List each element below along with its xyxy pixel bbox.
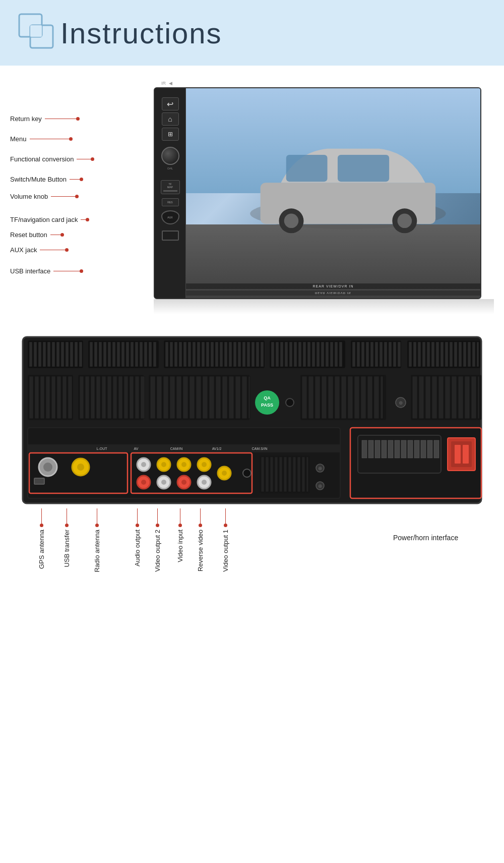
return-key-dot (76, 117, 80, 121)
aux-port: AUX (161, 210, 179, 224)
svg-rect-76 (321, 342, 324, 367)
svg-rect-218 (275, 457, 278, 492)
svg-rect-45 (179, 342, 182, 367)
svg-rect-98 (427, 342, 430, 367)
top-vents (28, 340, 480, 368)
video2-text: Video output 2 (154, 530, 161, 572)
svg-rect-37 (140, 342, 143, 367)
svg-rect-62 (256, 342, 259, 367)
svg-rect-18 (52, 342, 55, 367)
svg-rect-20 (61, 342, 64, 367)
svg-rect-77 (326, 342, 329, 367)
device-front-unit: ↩ ⌂ ⊞ (154, 87, 481, 299)
svg-rect-101 (440, 342, 444, 367)
svg-rect-78 (330, 342, 333, 367)
audio-line (137, 508, 138, 524)
svg-rect-241 (414, 440, 419, 458)
svg-point-212 (222, 471, 227, 476)
menu-label: Menu (10, 135, 27, 143)
svg-rect-127 (118, 376, 122, 419)
svg-rect-165 (374, 376, 379, 419)
svg-rect-112 (35, 376, 39, 419)
svg-rect-161 (348, 376, 353, 419)
svg-rect-141 (203, 376, 208, 419)
svg-rect-28 (99, 342, 102, 367)
svg-point-198 (141, 480, 146, 485)
svg-rect-219 (279, 457, 282, 492)
label-return-key: Return key (10, 115, 154, 123)
svg-rect-107 (468, 342, 471, 367)
svg-rect-128 (124, 376, 128, 419)
svg-rect-79 (335, 342, 338, 367)
usb-dot (80, 269, 83, 273)
svg-rect-63 (261, 342, 264, 367)
front-labels: Return key Menu Functional conversion Sw… (10, 81, 154, 293)
svg-text:AV: AV (134, 447, 139, 450)
svg-rect-163 (361, 376, 366, 419)
svg-rect-160 (341, 376, 346, 419)
svg-rect-56 (229, 342, 232, 367)
svg-rect-87 (375, 342, 378, 367)
svg-rect-47 (188, 342, 191, 367)
svg-rect-72 (303, 342, 306, 367)
front-panel-section: Return key Menu Functional conversion Sw… (0, 66, 504, 319)
svg-rect-100 (436, 342, 439, 367)
svg-rect-35 (131, 342, 134, 367)
tf-slot-container: TFMAP (161, 180, 180, 194)
menu-btn[interactable]: ⌂ (162, 112, 179, 126)
screen-bottom-labels: REAR VIEW/DVR IN (186, 283, 480, 289)
label-switch-mute: Switch/Mute Button (10, 176, 154, 183)
svg-rect-236 (382, 440, 387, 458)
func-conv-btn[interactable]: ⊞ (162, 128, 179, 141)
card-slot[interactable] (163, 190, 177, 192)
svg-rect-171 (419, 376, 424, 419)
tf-card-label: TF/navigation card jack (10, 216, 78, 223)
svg-rect-220 (284, 457, 287, 492)
svg-text:L-OUT: L-OUT (97, 447, 108, 450)
svg-text:⊕: ⊕ (318, 466, 322, 471)
volume-knob-dot (75, 195, 79, 198)
videoin-line (180, 508, 180, 524)
svg-rect-243 (427, 440, 432, 458)
label-video-input: Video input (176, 508, 184, 562)
video1-line (225, 508, 226, 524)
reset-button[interactable]: RES (162, 198, 179, 206)
label-reverse-video: Reverse video (197, 508, 204, 571)
svg-rect-53 (215, 342, 218, 367)
svg-rect-173 (432, 376, 437, 419)
svg-rect-175 (445, 376, 450, 419)
svg-point-213 (243, 469, 251, 477)
label-video-output2: Video output 2 (154, 508, 161, 572)
svg-rect-129 (130, 376, 134, 419)
svg-rect-109 (477, 342, 479, 367)
svg-rect-124 (102, 376, 106, 419)
volume-mute-knob[interactable] (161, 147, 179, 165)
return-btn[interactable]: ↩ (162, 97, 179, 110)
svg-rect-39 (149, 342, 152, 367)
svg-rect-96 (418, 342, 421, 367)
svg-rect-159 (335, 376, 340, 419)
svg-rect-97 (422, 342, 425, 367)
svg-rect-60 (247, 342, 250, 367)
svg-rect-23 (75, 342, 78, 367)
header: Instructions (0, 0, 504, 66)
svg-text:CAM.S/IN: CAM.S/IN (251, 447, 267, 450)
switch-mute-line (70, 179, 80, 180)
svg-rect-106 (463, 342, 466, 367)
svg-rect-145 (229, 376, 234, 419)
svg-rect-111 (29, 376, 33, 419)
svg-rect-156 (315, 376, 320, 419)
svg-text:AV1/2: AV1/2 (212, 447, 222, 450)
svg-text:⊕: ⊕ (318, 483, 322, 489)
svg-rect-191 (34, 478, 44, 484)
svg-rect-158 (328, 376, 333, 419)
svg-rect-51 (206, 342, 209, 367)
svg-rect-5 (286, 155, 328, 182)
label-video-output1: Video output 1 (222, 508, 229, 572)
svg-rect-117 (62, 376, 67, 419)
svg-rect-137 (176, 376, 181, 419)
svg-rect-2 (30, 25, 42, 37)
back-labels-area: GPS antenna USB transfer Radio antenna A… (10, 508, 494, 650)
svg-rect-22 (70, 342, 73, 367)
label-tf-card: TF/navigation card jack (10, 216, 154, 223)
